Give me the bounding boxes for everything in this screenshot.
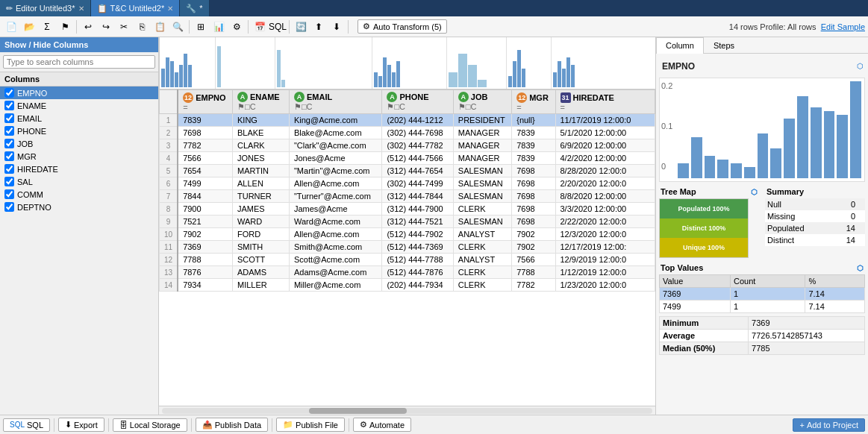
refresh-icon[interactable]: 🔄 <box>293 19 309 35</box>
email-checkbox[interactable] <box>4 113 14 123</box>
job-checkbox[interactable] <box>4 139 14 148</box>
column-search-input[interactable] <box>3 55 155 69</box>
table-container[interactable]: 12 EMPNO = A ENAME <box>159 89 655 406</box>
table-row[interactable]: 17839KINGKing@Acme.com(202) 444-1212PRES… <box>160 114 655 127</box>
scissors-icon[interactable]: ✂ <box>116 19 132 35</box>
sql-icon[interactable]: SQL <box>269 19 286 35</box>
hiredate-checkbox[interactable] <box>4 164 14 174</box>
sidebar-item-hiredate[interactable]: HIREDATE <box>0 163 158 175</box>
col-header-empno[interactable]: 12 EMPNO = <box>178 90 232 114</box>
download-icon[interactable]: ⬇ <box>328 19 345 35</box>
tc-tab-close[interactable]: ✕ <box>167 4 173 13</box>
tab-extra[interactable]: 🔧 * <box>180 0 209 16</box>
publish-file-button[interactable]: 📁 Publish File <box>276 418 345 432</box>
col-header-email[interactable]: A EMAIL ⚑□C <box>289 90 381 114</box>
cell-mgr: 7839 <box>512 127 555 139</box>
table-row[interactable]: 67499ALLENAllen@Acme.com(302) 444-7499SA… <box>160 177 655 190</box>
sidebar-item-phone[interactable]: PHONE <box>0 125 158 137</box>
upload-icon[interactable]: ⬆ <box>310 19 327 35</box>
add-to-project-button[interactable]: + Add to Project <box>793 418 865 432</box>
tv-row-1[interactable]: 7369 1 7.14 <box>660 288 865 301</box>
settings-icon[interactable]: ⚙ <box>228 19 245 35</box>
cell-email: Allen@Acme.com <box>289 228 381 241</box>
hist-hiredate <box>552 37 655 89</box>
sidebar-item-empno[interactable]: EMPNO <box>0 87 158 99</box>
copy-icon[interactable]: ⎘ <box>134 19 150 35</box>
table-row[interactable]: 127788SCOTTScott@Acme.com(512) 444-7788A… <box>160 254 655 266</box>
col-header-ename[interactable]: A ENAME ⚑□C <box>232 90 289 114</box>
table-row[interactable]: 137876ADAMSAdams@Acme.com(512) 444-7876C… <box>160 266 655 279</box>
automate-button[interactable]: ⚙ Automate <box>353 418 411 432</box>
local-storage-button[interactable]: 🗄 Local Storage <box>113 418 187 432</box>
sidebar-item-mgr[interactable]: MGR <box>0 150 158 163</box>
table-row[interactable]: 117369SMITHSmith@Acme.com(512) 444-7369C… <box>160 241 655 254</box>
cell-empno: 7900 <box>178 203 232 216</box>
editor-tab-close[interactable]: ✕ <box>78 4 84 13</box>
expand-column-icon[interactable]: ⬡ <box>857 62 864 70</box>
redo-icon[interactable]: ↪ <box>98 19 114 35</box>
sidebar-item-job[interactable]: JOB <box>0 137 158 150</box>
edit-sample-link[interactable]: Edit Sample <box>821 22 865 31</box>
tv-row-2[interactable]: 7499 1 7.14 <box>660 301 865 313</box>
sidebar-item-sal[interactable]: SAL <box>0 175 158 188</box>
sidebar-item-email[interactable]: EMAIL <box>0 112 158 125</box>
col-header-mgr[interactable]: 12 MGR = <box>512 90 555 114</box>
hscroll-thumb[interactable] <box>309 408 407 414</box>
deptno-checkbox[interactable] <box>4 202 14 212</box>
tab-tc[interactable]: 📋 T&C Untitled2* ✕ <box>91 0 181 16</box>
sidebar-item-comm[interactable]: COMM <box>0 188 158 201</box>
comm-checkbox[interactable] <box>4 189 14 199</box>
tab-steps[interactable]: Steps <box>704 37 744 53</box>
sql-button[interactable]: SQL SQL <box>3 418 50 432</box>
job-label: JOB <box>17 139 33 148</box>
hscroll-area[interactable] <box>159 406 655 415</box>
sidebar-item-ename[interactable]: ENAME <box>0 99 158 112</box>
table-row[interactable]: 87900JAMESJames@Acme(312) 444-7900CLERK7… <box>160 203 655 216</box>
table-row[interactable]: 37782CLARK"Clark"@Acme.com(302) 444-7782… <box>160 139 655 152</box>
publish-data-button[interactable]: 📤 Publish Data <box>196 418 268 432</box>
table-row[interactable]: 107902FORDAllen@Acme.com(512) 444-7902AN… <box>160 228 655 241</box>
undo-icon[interactable]: ↩ <box>80 19 96 35</box>
table-row[interactable]: 147934MILLERMiller@Acme.com(202) 444-793… <box>160 279 655 292</box>
empno-checkbox[interactable] <box>4 88 14 98</box>
col-header-hiredate[interactable]: 31 HIREDATE = <box>555 90 655 114</box>
filter-icon[interactable]: ⚑ <box>57 19 73 35</box>
table-row[interactable]: 27698BLAKEBlake@Acme.com(302) 444-7698MA… <box>160 127 655 139</box>
tv-row1-value: 7369 <box>660 288 731 301</box>
cell-ename: ALLEN <box>232 177 289 190</box>
grid-icon[interactable]: ⊞ <box>193 19 209 35</box>
job-type-badge: A <box>458 92 469 102</box>
cell-hiredate: 1/23/2020 12:00:0 <box>555 279 655 292</box>
open-icon[interactable]: 📂 <box>21 19 37 35</box>
tab-column[interactable]: Column <box>656 37 704 54</box>
search2-icon[interactable]: 🔍 <box>169 19 186 35</box>
histogram-area <box>159 37 655 89</box>
mgr-checkbox[interactable] <box>4 151 14 161</box>
table-row[interactable]: 77844TURNER"Turner"@Acme.com(312) 444-78… <box>160 190 655 203</box>
cell-phone: (512) 444-7566 <box>382 152 453 165</box>
ename-checkbox[interactable] <box>4 101 14 110</box>
export-button[interactable]: ⬇ Export <box>58 418 104 432</box>
tab-editor[interactable]: ✏ Editor Untitled3* ✕ <box>0 0 91 16</box>
sidebar-item-deptno[interactable]: DEPTNO <box>0 201 158 213</box>
sidebar-header: Show / Hide Columns <box>0 37 158 52</box>
minimum-value: 7369 <box>749 317 865 330</box>
auto-transform-button[interactable]: ⚙ Auto Transform (5) <box>357 19 447 34</box>
table-row[interactable]: 57654MARTIN"Martin"@Acme.com(312) 444-76… <box>160 165 655 177</box>
cell-phone: (512) 444-7902 <box>382 228 453 241</box>
table-row[interactable]: 97521WARDWard@Acme.com(312) 444-7521SALE… <box>160 216 655 228</box>
sum-icon[interactable]: Σ <box>39 19 55 35</box>
expand-treemap-icon[interactable]: ⬡ <box>751 188 758 196</box>
table-row[interactable]: 47566JONESJones@Acme(512) 444-7566MANAGE… <box>160 152 655 165</box>
new-icon[interactable]: 📄 <box>3 19 19 35</box>
paste-icon[interactable]: 📋 <box>152 19 168 35</box>
missing-value: 0 <box>834 210 858 222</box>
col-header-phone[interactable]: A PHONE ⚑□C <box>382 90 453 114</box>
phone-checkbox[interactable] <box>4 126 14 136</box>
cell-ename: BLAKE <box>232 127 289 139</box>
col-header-job[interactable]: A JOB ⚑□C <box>453 90 511 114</box>
chart-icon[interactable]: 📊 <box>210 19 227 35</box>
expand-top-values-icon[interactable]: ⬡ <box>857 264 864 272</box>
sal-checkbox[interactable] <box>4 177 14 186</box>
calendar-icon[interactable]: 📅 <box>252 19 268 35</box>
